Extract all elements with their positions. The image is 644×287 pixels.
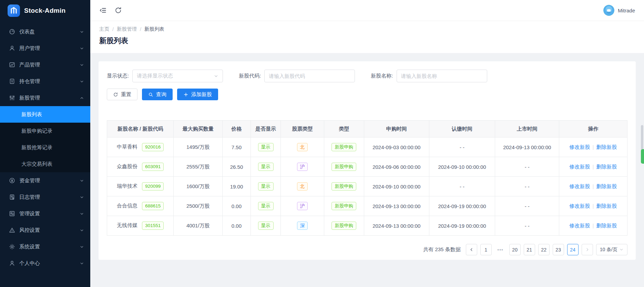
delete-stock-link[interactable]: 删除新股 [596, 183, 617, 189]
sidebar-item[interactable]: 管理设置 [0, 205, 90, 222]
edit-stock-link[interactable]: 修改新股 [570, 203, 590, 209]
submenu-item[interactable]: 新股抢筹记录 [0, 139, 90, 156]
cell-market: 北 [281, 137, 324, 157]
type-tag: 新股申购 [331, 222, 356, 230]
page-button[interactable]: 21 [524, 244, 535, 255]
sidebar-item[interactable]: 仪表盘 [0, 23, 90, 40]
sidebar-item-label: 风控设置 [19, 227, 80, 234]
delete-stock-link[interactable]: 删除新股 [596, 223, 617, 228]
cell-visible: 显示 [251, 196, 281, 216]
add-new-stock-button[interactable]: 添加新股 [177, 89, 218, 100]
table-row: 瑞华技术 920099 1600/万股 19.00 显示 北 新股申购 2024… [107, 177, 627, 196]
sidebar-item[interactable]: 系统设置 [0, 238, 90, 255]
sidebar-item-label: 新股管理 [19, 95, 80, 101]
stock-code-tag: 603091 [142, 163, 164, 171]
breadcrumb-separator: / [112, 27, 114, 32]
edit-stock-link[interactable]: 修改新股 [570, 183, 590, 189]
sidebar-item-label: 日志管理 [19, 194, 80, 201]
cell-type: 新股申购 [324, 196, 364, 216]
cell-pay-time: 2024-09-19 00:00:00 [429, 216, 495, 236]
prev-page-button[interactable] [466, 244, 477, 255]
chevron-down-icon [80, 63, 84, 67]
edit-stock-link[interactable]: 修改新股 [570, 223, 590, 228]
edit-stock-link[interactable]: 修改新股 [570, 144, 590, 150]
sidebar-item[interactable]: 日志管理 [0, 189, 90, 205]
cell-price: 0.00 [223, 196, 251, 216]
page-button[interactable]: 20 [509, 244, 521, 255]
breadcrumb-home[interactable]: 主页 [99, 26, 109, 32]
sidebar-item[interactable]: 产品管理 [0, 57, 90, 73]
cell-visible: 显示 [251, 137, 281, 157]
collapse-sidebar-icon[interactable] [99, 7, 107, 14]
chevron-down-icon [80, 228, 84, 233]
cell-list-time: - - [495, 157, 559, 177]
stock-code-tag: 688615 [142, 202, 164, 210]
chevron-down-icon [214, 74, 218, 79]
user-menu[interactable]: Mitrade [603, 5, 635, 16]
submenu-item-label: 大宗交易列表 [21, 161, 52, 167]
stock-name-input[interactable] [397, 70, 487, 82]
sidebar-item[interactable]: 资金管理 [0, 172, 90, 189]
next-page-button[interactable] [582, 244, 593, 255]
cell-actions: 修改新股|删除新股 [559, 216, 627, 236]
cell-apply-time: 2024-09-10 00:00:00 [364, 177, 429, 196]
sidebar-item[interactable]: 个人中心 [0, 255, 90, 271]
title-section: 主页 / 新股管理 / 新股列表 新股列表 [90, 21, 644, 53]
sidebar-item[interactable]: 风控设置 [0, 222, 90, 238]
breadcrumb-separator: / [140, 27, 141, 32]
chevron-down-icon [80, 245, 84, 249]
visible-tag: 显示 [258, 202, 274, 210]
search-button[interactable]: 查询 [142, 89, 173, 100]
delete-stock-link[interactable]: 删除新股 [596, 203, 617, 209]
floating-side-tab[interactable] [641, 149, 644, 164]
gauge-icon [9, 29, 15, 35]
breadcrumb-current: 新股列表 [144, 26, 164, 32]
breadcrumb: 主页 / 新股管理 / 新股列表 [99, 26, 635, 32]
table-row: 无线传媒 301551 4001/万股 0.00 显示 深 新股申购 2024-… [107, 216, 627, 236]
sidebar-item-label: 管理设置 [19, 211, 80, 217]
cell-type: 新股申购 [324, 137, 364, 157]
page-button[interactable]: 1 [480, 244, 492, 255]
chevron-down-icon [80, 46, 84, 51]
submenu-item[interactable]: 新股申购记录 [0, 123, 90, 139]
cell-apply-time: 2024-09-03 00:00:00 [364, 137, 429, 157]
cell-price: 0.00 [223, 216, 251, 236]
stock-code-input[interactable] [264, 70, 355, 82]
column-header: 价格 [223, 121, 251, 137]
profile-icon [9, 260, 15, 266]
search-icon [148, 92, 153, 97]
cell-market: 沪 [281, 157, 324, 177]
app-logo[interactable]: Stock-Admin [0, 0, 90, 21]
page-button[interactable]: 22 [538, 244, 550, 255]
cell-pay-time: - - [429, 177, 495, 196]
delete-stock-link[interactable]: 删除新股 [596, 144, 617, 150]
page-button[interactable]: 23 [553, 244, 564, 255]
delete-stock-link[interactable]: 删除新股 [596, 164, 617, 170]
market-tag: 北 [297, 143, 308, 151]
type-tag: 新股申购 [331, 143, 356, 151]
sidebar-item[interactable]: 用户管理 [0, 40, 90, 57]
edit-stock-link[interactable]: 修改新股 [570, 164, 590, 170]
sidebar-item-new-stock-group[interactable]: 新股管理 [0, 90, 90, 106]
filter-stock-code: 新股代码: [239, 70, 355, 82]
reset-button[interactable]: 重置 [107, 89, 137, 100]
cell-type: 新股申购 [324, 177, 364, 196]
submenu-item[interactable]: 大宗交易列表 [0, 156, 90, 172]
new-stock-table: 新股名称 / 新股代码最大购买数量价格是否显示股票类型类型申购时间认缴时间上市时… [107, 120, 627, 236]
sidebar-item[interactable]: 持仓管理 [0, 73, 90, 90]
refresh-icon[interactable] [114, 7, 122, 14]
submenu-item-label: 新股列表 [21, 111, 42, 118]
page-button[interactable]: 24 [567, 244, 579, 255]
page-size-select[interactable]: 10 条/页 [596, 244, 627, 255]
cell-actions: 修改新股|删除新股 [559, 157, 627, 177]
cell-type: 新股申购 [324, 216, 364, 236]
submenu-item[interactable]: 新股列表 [0, 106, 90, 123]
sidebar-item-label: 系统设置 [19, 244, 80, 250]
vertical-scrollbar-thumb[interactable] [641, 125, 643, 151]
breadcrumb-new-stock-management[interactable]: 新股管理 [117, 26, 137, 32]
stock-name: 众鑫股份 [117, 163, 137, 169]
display-status-select[interactable]: 请选择显示状态 [132, 70, 223, 82]
page-button[interactable]: ••• [495, 244, 506, 255]
new-stock-submenu: 新股列表 新股申购记录 新股抢筹记录 大宗交易列表 [0, 106, 90, 172]
cell-pay-time: 2024-09-10 00:00:00 [429, 157, 495, 177]
